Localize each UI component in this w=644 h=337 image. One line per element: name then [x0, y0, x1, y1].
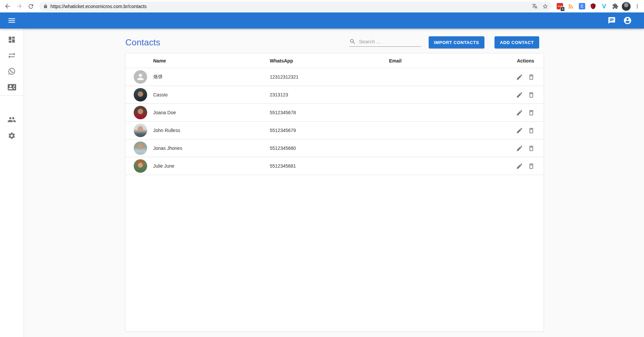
account-button[interactable]	[623, 16, 632, 25]
browser-profile-avatar[interactable]	[621, 2, 631, 11]
pencil-edit-icon	[516, 145, 523, 152]
hamburger-menu-icon	[7, 16, 16, 25]
reload-button[interactable]	[27, 2, 35, 11]
table-header-email: Email	[389, 58, 495, 64]
page-title: Contacts	[125, 37, 160, 48]
contact-whatsapp: 5512345680	[270, 145, 389, 151]
contacts-card: Name WhatsApp Email Actions 烙饼 123123123…	[125, 53, 544, 332]
back-button[interactable]	[3, 2, 12, 11]
edit-contact-button[interactable]	[516, 145, 523, 152]
delete-contact-button[interactable]	[528, 91, 535, 98]
table-header-actions: Actions	[495, 58, 535, 64]
vimeo-extension-icon[interactable]: V	[599, 2, 609, 11]
table-row: Jonas Jhones 5512345680	[126, 139, 544, 157]
main-content: Contacts IMPORT CONTACTS ADD CONTACT Nam…	[24, 29, 644, 337]
trash-delete-icon	[528, 109, 535, 116]
contact-name: Joana Doe	[153, 110, 270, 115]
connections-swap-icon	[8, 51, 16, 59]
contact-whatsapp: 5512345679	[270, 128, 389, 133]
contact-whatsapp: 5512345678	[270, 110, 389, 115]
contact-name: Jonas Jhones	[153, 145, 270, 151]
import-contacts-button[interactable]: IMPORT CONTACTS	[429, 36, 484, 48]
sidebar-item-users[interactable]	[7, 115, 16, 124]
extension-area: 3 文 V	[552, 2, 644, 11]
sidebar-item-dashboard[interactable]	[7, 35, 16, 44]
contact-name: Cassio	[153, 92, 270, 97]
delete-contact-button[interactable]	[528, 163, 535, 170]
edit-contact-button[interactable]	[516, 163, 523, 170]
contact-avatar	[134, 159, 147, 173]
bookmark-star-icon[interactable]	[542, 3, 548, 9]
edit-contact-button[interactable]	[516, 91, 523, 98]
omnibox[interactable]: https://whaticket.economicros.com.br/con…	[39, 2, 552, 11]
sidebar-item-settings[interactable]	[7, 131, 16, 140]
edit-contact-button[interactable]	[516, 109, 523, 116]
search-icon	[349, 38, 356, 45]
table-header-row: Name WhatsApp Email Actions	[126, 53, 544, 68]
profile-avatar-image	[621, 2, 631, 11]
table-row: Cassio 2313123	[126, 86, 544, 104]
pencil-edit-icon	[516, 74, 523, 81]
chat-button[interactable]	[608, 16, 616, 25]
table-row: Julie June 5512345681	[126, 157, 544, 175]
contact-avatar	[134, 141, 147, 155]
sidebar-item-contacts[interactable]	[7, 83, 16, 91]
contact-name: Julie June	[153, 163, 270, 169]
search-input[interactable]	[358, 38, 421, 45]
kebab-menu-icon	[634, 3, 640, 9]
hamburger-menu-button[interactable]	[7, 16, 16, 25]
trash-delete-icon	[528, 74, 535, 81]
translate-extension-glyph: 文	[579, 3, 585, 9]
delete-contact-button[interactable]	[528, 74, 535, 81]
table-header-name: Name	[153, 58, 270, 64]
pencil-edit-icon	[516, 127, 523, 134]
dashboard-icon	[8, 36, 16, 44]
delete-contact-button[interactable]	[528, 127, 535, 134]
forward-icon	[16, 3, 23, 10]
lock-icon[interactable]	[43, 4, 48, 8]
delete-contact-button[interactable]	[528, 109, 535, 116]
add-contact-button[interactable]: ADD CONTACT	[495, 36, 539, 48]
search-field[interactable]	[349, 38, 421, 47]
translate-page-icon[interactable]	[532, 3, 538, 9]
browser-menu-button[interactable]	[633, 2, 642, 11]
ublock-extension-icon[interactable]	[588, 2, 598, 11]
contact-whatsapp: 5512345681	[270, 163, 389, 169]
reload-icon	[28, 3, 34, 10]
sidebar	[0, 29, 24, 337]
trash-delete-icon	[528, 163, 535, 170]
table-row: Joana Doe 5512345678	[126, 104, 544, 122]
red-extension-icon[interactable]: 3	[555, 2, 564, 11]
trash-delete-icon	[528, 127, 535, 134]
pencil-edit-icon	[516, 109, 523, 116]
rss-extension-icon[interactable]	[566, 2, 575, 11]
extensions-puzzle-icon[interactable]	[610, 2, 620, 11]
forward-button[interactable]	[15, 2, 24, 11]
table-header-whatsapp: WhatsApp	[270, 58, 389, 64]
sidebar-item-tickets[interactable]	[7, 67, 16, 76]
default-person-icon	[136, 72, 145, 82]
back-icon	[4, 3, 11, 10]
chat-icon	[608, 16, 616, 25]
extension-badge: 3	[560, 7, 565, 11]
translate-extension-icon[interactable]: 文	[577, 2, 587, 11]
sidebar-item-connections[interactable]	[7, 51, 16, 60]
account-circle-icon	[623, 16, 632, 25]
contact-name: John Rulless	[153, 128, 270, 133]
delete-contact-button[interactable]	[528, 145, 535, 152]
trash-delete-icon	[528, 145, 535, 152]
contact-name: 烙饼	[153, 74, 270, 80]
table-row: 烙饼 12312312321	[126, 68, 544, 86]
contact-whatsapp: 2313123	[270, 92, 389, 97]
url-text[interactable]: https://whaticket.economicros.com.br/con…	[50, 4, 527, 9]
users-people-icon	[7, 115, 16, 124]
page-header: Contacts IMPORT CONTACTS ADD CONTACT	[125, 35, 539, 50]
edit-contact-button[interactable]	[516, 127, 523, 134]
contacts-card-icon	[8, 83, 16, 91]
table-row: John Rulless 5512345679	[126, 122, 544, 139]
settings-gear-icon	[8, 132, 16, 140]
edit-contact-button[interactable]	[516, 74, 523, 81]
screen: https://whaticket.economicros.com.br/con…	[0, 0, 644, 337]
contact-avatar	[134, 124, 147, 137]
contact-whatsapp: 12312312321	[270, 74, 389, 80]
